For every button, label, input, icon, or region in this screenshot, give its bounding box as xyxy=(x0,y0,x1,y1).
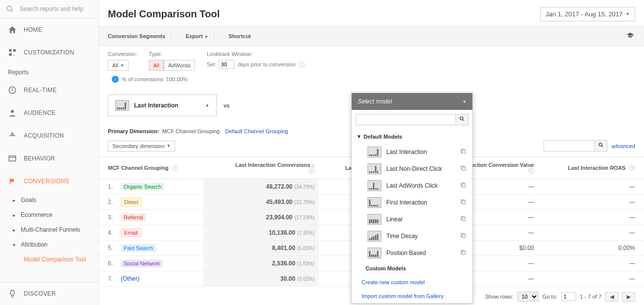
help-icon[interactable]: ? xyxy=(629,165,635,171)
model-option[interactable]: Last AdWords Click xyxy=(352,177,472,194)
search-icon xyxy=(6,5,14,13)
roas-cell: — xyxy=(538,225,644,241)
conversions-cell: 8,401.00(6.05%) xyxy=(203,241,319,256)
sort-down-icon: ↓ xyxy=(312,162,315,168)
copy-icon[interactable] xyxy=(460,249,466,257)
nav-realtime[interactable]: REAL-TIME xyxy=(0,79,98,102)
date-range-picker[interactable]: Jan 1, 2017 - Aug 15, 2017 ▼ xyxy=(540,7,635,21)
conversion-segments-button[interactable]: Conversion Segments xyxy=(104,31,169,41)
clock-icon xyxy=(8,86,17,95)
show-rows-label: Show rows: xyxy=(485,294,513,300)
channel-cell[interactable]: Social Network xyxy=(117,256,203,271)
sub-model-comparison[interactable]: Model Comparison Tool xyxy=(0,252,98,267)
help-icon[interactable]: ? xyxy=(172,165,178,171)
model-option[interactable]: Last Interaction xyxy=(352,144,472,160)
primary-dimension-value[interactable]: MCF Channel Grouping xyxy=(162,128,220,134)
copy-icon[interactable] xyxy=(460,199,466,206)
type-all-button[interactable]: All xyxy=(149,60,164,71)
svg-rect-12 xyxy=(462,150,465,153)
model-option[interactable]: First Interaction xyxy=(352,194,472,211)
model-type-icon xyxy=(368,248,381,258)
sub-attribution[interactable]: ▾Attribution xyxy=(0,237,98,252)
sub-ecommerce[interactable]: ▸Ecommerce xyxy=(0,207,98,222)
table-search-button[interactable] xyxy=(595,140,607,152)
nav-home[interactable]: HOME xyxy=(0,18,98,41)
advanced-link[interactable]: advanced xyxy=(611,143,635,149)
sub-multichannel[interactable]: ▸Multi-Channel Funnels xyxy=(0,222,98,237)
nav-behavior[interactable]: BEHAVIOR xyxy=(0,147,98,170)
lookback-input[interactable] xyxy=(219,60,234,69)
model-option[interactable]: Linear xyxy=(352,211,472,228)
custom-models-group[interactable]: Custom Models xyxy=(352,261,472,275)
channel-cell[interactable]: Direct xyxy=(117,195,203,210)
shortcut-button[interactable]: Shortcut xyxy=(225,31,255,41)
model-option-label: Position Based xyxy=(386,250,426,256)
channel-cell[interactable]: (Other) xyxy=(117,271,203,287)
col-roas[interactable]: Last Interaction ROAS xyxy=(568,165,626,171)
sub-goals[interactable]: ▸Goals xyxy=(0,193,98,207)
next-button[interactable]: ▶ xyxy=(622,292,635,302)
model-type-icon xyxy=(368,197,381,208)
chevron-right-icon: ▸ xyxy=(13,212,18,218)
nav-acquisition[interactable]: ACQUISITION xyxy=(0,124,98,147)
type-adwords-button[interactable]: AdWords xyxy=(164,60,195,71)
channel-cell[interactable]: Email xyxy=(117,225,203,241)
svg-point-0 xyxy=(7,6,11,10)
person-icon xyxy=(8,108,17,117)
nav-conversions[interactable]: CONVERSIONS xyxy=(0,170,98,193)
help-icon[interactable]: ? xyxy=(309,168,315,174)
copy-icon[interactable] xyxy=(460,232,466,240)
create-custom-model-link[interactable]: Create new custom model xyxy=(352,275,472,289)
model-selector-primary[interactable]: Last Interaction ▼ xyxy=(108,95,217,116)
channel-cell[interactable]: Referral xyxy=(117,210,203,225)
goto-input[interactable] xyxy=(561,292,576,301)
conversions-cell: 2,536.00(1.83%) xyxy=(203,256,319,271)
copy-icon[interactable] xyxy=(460,148,466,156)
model-dropdown-header[interactable]: Select model ▼ xyxy=(352,93,472,110)
model-search-button[interactable] xyxy=(456,114,468,125)
copy-icon[interactable] xyxy=(460,215,466,223)
chevron-right-icon: ▸ xyxy=(13,227,18,233)
prev-button[interactable]: ◀ xyxy=(605,292,618,302)
help-icon[interactable]: ? xyxy=(299,61,305,67)
row-number: 6. xyxy=(99,256,117,271)
primary-dimension-label: Primary Dimension: xyxy=(108,128,159,134)
conversion-pct-label: % of conversions: 100.00% xyxy=(122,76,187,82)
nav-audience[interactable]: AUDIENCE xyxy=(0,102,98,124)
model-type-icon xyxy=(368,214,381,225)
copy-icon[interactable] xyxy=(460,165,466,173)
row-number: 7. xyxy=(99,271,117,287)
reports-label: Reports xyxy=(0,64,98,79)
roas-cell: — xyxy=(538,179,644,195)
import-custom-model-link[interactable]: Import custom model from Gallery xyxy=(352,289,472,303)
channel-cell[interactable]: Paid Search xyxy=(117,241,203,256)
nav-discover[interactable]: DISCOVER xyxy=(0,282,98,305)
vs-label: vs xyxy=(224,102,230,108)
nav-customization[interactable]: + CUSTOMIZATION xyxy=(0,41,98,64)
svg-rect-4 xyxy=(9,53,11,56)
model-option[interactable]: Time Decay xyxy=(352,228,472,245)
education-icon[interactable] xyxy=(621,30,639,43)
chevron-down-icon: ▼ xyxy=(626,12,630,16)
chevron-down-icon: ▾ xyxy=(358,133,361,140)
table-search-input[interactable] xyxy=(544,140,595,152)
conversions-cell: 23,904.00(17.23%) xyxy=(203,210,319,225)
col-conversions[interactable]: Last Interaction Conversions xyxy=(235,162,311,168)
copy-icon[interactable] xyxy=(460,182,466,190)
default-models-group[interactable]: ▾Default Models xyxy=(352,129,472,144)
secondary-dimension-select[interactable]: Secondary dimension ▼ xyxy=(108,141,175,152)
model-option[interactable]: Position Based xyxy=(352,245,472,261)
conversion-select[interactable]: All ▼ xyxy=(108,60,129,71)
default-channel-grouping-link[interactable]: Default Channel Grouping xyxy=(225,128,288,134)
rows-select[interactable]: 10 xyxy=(517,292,539,302)
roas-cell: — xyxy=(538,210,644,225)
search-bar[interactable]: Search reports and help xyxy=(0,0,98,18)
model-option[interactable]: Last Non-Direct Click xyxy=(352,160,472,177)
help-icon[interactable]: ? xyxy=(528,168,534,174)
chevron-down-icon: ▼ xyxy=(205,103,209,108)
channel-cell[interactable]: Organic Search xyxy=(117,179,203,195)
export-button[interactable]: Export ▼ xyxy=(182,31,212,41)
svg-rect-16 xyxy=(462,217,465,221)
model-type-icon xyxy=(368,231,381,242)
model-search-input[interactable] xyxy=(356,114,456,125)
